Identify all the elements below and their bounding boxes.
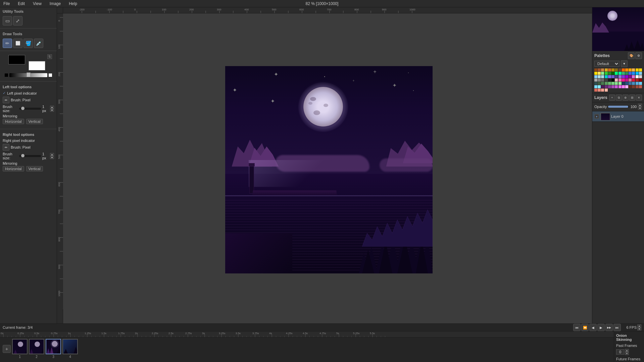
- menu-edit[interactable]: Edit: [16, 1, 27, 7]
- color-cell[interactable]: [632, 72, 635, 75]
- menu-view[interactable]: View: [31, 1, 44, 7]
- right-brush-up-btn[interactable]: ▲: [50, 153, 54, 156]
- color-cell[interactable]: [639, 68, 642, 71]
- color-cell[interactable]: [636, 79, 639, 82]
- layer-0-item[interactable]: ● Layer 0: [592, 111, 644, 122]
- right-mirror-horizontal-btn[interactable]: Horizontal: [3, 166, 24, 171]
- last-frame-btn[interactable]: ⏭: [613, 324, 621, 331]
- color-cell[interactable]: [601, 82, 604, 85]
- canvas-container[interactable]: ✦ • ✦ ✦ + ✦ • • +: [65, 16, 592, 323]
- left-mirror-horizontal-btn[interactable]: Horizontal: [3, 119, 24, 124]
- color-cell[interactable]: [618, 82, 622, 85]
- color-cell[interactable]: [611, 85, 614, 88]
- color-cell[interactable]: [608, 85, 611, 88]
- left-brush-down-btn[interactable]: ▼: [50, 109, 54, 112]
- background-color-swatch[interactable]: [29, 61, 45, 70]
- color-cell[interactable]: [611, 68, 614, 71]
- color-cell[interactable]: [636, 75, 639, 78]
- merge-layer-btn[interactable]: ⊕: [623, 95, 629, 101]
- left-brush-up-btn[interactable]: ▲: [50, 106, 54, 109]
- color-cell[interactable]: [605, 68, 608, 71]
- past-frames-input[interactable]: 0: [616, 349, 624, 355]
- color-cell[interactable]: [594, 89, 597, 92]
- color-cell[interactable]: [598, 85, 601, 88]
- delete-layer-btn[interactable]: ✕: [636, 95, 642, 101]
- fill-tool[interactable]: 🪣: [23, 39, 33, 48]
- color-cell[interactable]: [611, 75, 614, 78]
- color-cell[interactable]: [598, 89, 601, 92]
- color-cell[interactable]: [625, 72, 628, 75]
- palette-icon-1[interactable]: 🎨: [628, 52, 635, 59]
- left-pixel-indicator-checkbox[interactable]: ✓: [3, 91, 6, 95]
- select-tool[interactable]: ▭: [3, 16, 12, 25]
- fps-up-btn[interactable]: ▲: [637, 324, 641, 327]
- color-cell[interactable]: [611, 72, 614, 75]
- frame-1-thumb[interactable]: 1: [12, 339, 28, 359]
- color-cell[interactable]: [629, 85, 632, 88]
- color-cell[interactable]: [615, 82, 618, 85]
- prev-frame-btn[interactable]: ◀: [589, 324, 597, 331]
- color-cell[interactable]: [629, 82, 632, 85]
- add-layer-btn[interactable]: +: [609, 95, 615, 101]
- color-cell[interactable]: [601, 72, 604, 75]
- color-cell[interactable]: [594, 75, 597, 78]
- opacity-down-btn[interactable]: ▼: [638, 107, 642, 110]
- color-cell[interactable]: [605, 75, 608, 78]
- color-cell[interactable]: [615, 68, 618, 71]
- color-cell[interactable]: [615, 72, 618, 75]
- canvas-area[interactable]: ✦ • ✦ ✦ + ✦ • • +: [57, 7, 592, 323]
- color-cell[interactable]: [601, 75, 604, 78]
- foreground-color-swatch[interactable]: [8, 55, 25, 64]
- opacity-up-btn[interactable]: ▲: [638, 104, 642, 107]
- color-cell[interactable]: [601, 68, 604, 71]
- color-cell[interactable]: [611, 82, 614, 85]
- color-cell[interactable]: [608, 75, 611, 78]
- color-cell[interactable]: [615, 75, 618, 78]
- palette-expand-btn[interactable]: ▼: [621, 60, 628, 67]
- color-cell[interactable]: [622, 68, 625, 71]
- layer-0-visibility-btn[interactable]: ●: [594, 114, 599, 119]
- color-cell[interactable]: [622, 82, 625, 85]
- color-cell[interactable]: [636, 72, 639, 75]
- color-cell[interactable]: [598, 82, 601, 85]
- color-cell[interactable]: [632, 68, 635, 71]
- color-cell[interactable]: [594, 82, 597, 85]
- color-cell[interactable]: [594, 72, 597, 75]
- opacity-slider[interactable]: [608, 106, 629, 108]
- color-cell[interactable]: [629, 68, 632, 71]
- color-cell[interactable]: [639, 82, 642, 85]
- next-frame-btn[interactable]: ▶▶: [605, 324, 613, 331]
- frame-3-thumb[interactable]: 3: [46, 339, 61, 359]
- color-cell[interactable]: [639, 72, 642, 75]
- color-cell[interactable]: [605, 79, 608, 82]
- color-cell[interactable]: [601, 79, 604, 82]
- right-brush-size-slider[interactable]: [19, 155, 41, 157]
- color-cell[interactable]: [632, 79, 635, 82]
- color-cell[interactable]: [608, 72, 611, 75]
- palette-select[interactable]: Default: [594, 61, 620, 67]
- left-brush-size-slider[interactable]: [19, 108, 41, 110]
- color-cell[interactable]: [605, 89, 608, 92]
- pencil-tool[interactable]: ✏: [3, 39, 12, 48]
- add-frame-btn[interactable]: +: [3, 345, 11, 353]
- menu-file[interactable]: File: [1, 1, 12, 7]
- past-frames-up-btn[interactable]: ▲: [625, 349, 629, 352]
- right-brush-size-spinbox[interactable]: ▲ ▼: [50, 153, 54, 159]
- color-cell[interactable]: [625, 82, 628, 85]
- left-brush-size-spinbox[interactable]: ▲ ▼: [50, 106, 54, 112]
- eraser-tool[interactable]: ⬜: [13, 39, 22, 48]
- right-mirror-vertical-btn[interactable]: Vertical: [26, 166, 43, 171]
- color-cell[interactable]: [618, 68, 622, 71]
- swap-colors-btn[interactable]: ⇅: [47, 54, 52, 59]
- color-cell[interactable]: [622, 72, 625, 75]
- pixel-art-canvas[interactable]: ✦ • ✦ ✦ + ✦ • • +: [225, 66, 433, 273]
- fps-spinbox[interactable]: ▲ ▼: [637, 324, 641, 330]
- color-cell[interactable]: [629, 72, 632, 75]
- fps-down-btn[interactable]: ▼: [637, 327, 641, 330]
- palette-icon-2[interactable]: ⚙: [635, 52, 642, 59]
- color-cell[interactable]: [632, 85, 635, 88]
- color-cell[interactable]: [608, 68, 611, 71]
- color-cell[interactable]: [625, 75, 628, 78]
- right-brush-down-btn[interactable]: ▼: [50, 156, 54, 159]
- transform-tool[interactable]: ⤢: [13, 16, 22, 25]
